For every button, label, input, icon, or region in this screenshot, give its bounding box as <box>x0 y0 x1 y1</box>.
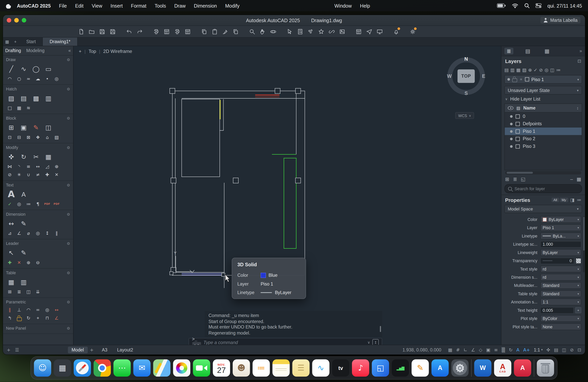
hatch-solid-icon[interactable]: ▩ <box>31 93 41 103</box>
dock-notes[interactable] <box>273 360 290 377</box>
properties-menu-icon[interactable]: ≔ <box>577 197 581 202</box>
table-style-icon[interactable]: ▥ <box>19 277 29 287</box>
plot-icon[interactable] <box>152 27 160 36</box>
app-settings-icon[interactable] <box>408 27 417 36</box>
property-dropdown[interactable]: Standard <box>540 290 581 297</box>
dimension-edit-icon[interactable]: ✎ <box>19 219 29 228</box>
dock-trash[interactable] <box>537 360 554 377</box>
property-dropdown[interactable]: Standard <box>540 282 581 289</box>
fix-constraint-lock-icon[interactable] <box>15 315 23 321</box>
name-column-header[interactable]: Name <box>523 106 536 111</box>
layer-color-swatch[interactable] <box>516 114 520 118</box>
property-dropdown[interactable]: rd <box>540 265 581 272</box>
viewport-menu-button[interactable]: + <box>79 49 82 54</box>
hide-layer-list-toggle[interactable]: ∨ Hide Layer List <box>502 95 585 104</box>
dock-photos[interactable] <box>173 360 190 377</box>
perpendicular-constraint-icon[interactable]: ⊥ <box>15 307 23 313</box>
menubar-app-name[interactable]: AutoCAD 2025 <box>17 3 51 8</box>
layer-color-swatch[interactable] <box>516 122 520 126</box>
stretch-tool-icon[interactable]: ↔ <box>34 163 42 170</box>
favorites-icon[interactable] <box>317 27 325 36</box>
command-expand-icon[interactable]: ∨ <box>367 340 370 344</box>
ortho-mode-icon[interactable]: ∟ <box>463 347 467 352</box>
align-leaders-icon[interactable]: ⊕ <box>25 259 32 266</box>
layout-a3-tab[interactable]: A3 <box>98 346 111 353</box>
island-detection-icon[interactable]: ▦ <box>15 105 23 111</box>
paste-clip-icon[interactable] <box>210 27 219 36</box>
equal-constraint-icon[interactable]: = <box>34 307 42 313</box>
layer-used-icon[interactable]: ▦ <box>516 67 521 73</box>
battery-icon[interactable] <box>497 3 506 8</box>
export-table-icon[interactable]: ⇊ <box>34 288 42 295</box>
ordinate-dimension-icon[interactable]: ↕ <box>43 230 51 237</box>
sync-attributes-icon[interactable]: ⊠ <box>25 134 32 141</box>
layers-palette-tab-icon[interactable]: ≣ <box>504 48 513 54</box>
blocks-palette-tab-icon[interactable]: ▦ <box>542 48 552 54</box>
property-dropdown[interactable]: None <box>540 323 581 330</box>
dock-autocad[interactable]: ACAD <box>494 360 511 377</box>
layer-settings-icon[interactable]: ≔ <box>556 67 561 73</box>
dock-system-settings[interactable]: ⚙ <box>451 360 469 377</box>
polyline-tool-icon[interactable]: ∿ <box>19 64 29 74</box>
menu-edit[interactable]: Edit <box>75 3 84 8</box>
menu-view[interactable]: View <box>92 3 102 8</box>
grid-display-icon[interactable]: ▦ <box>448 347 452 352</box>
dock-stickies[interactable]: ☰ <box>292 360 310 377</box>
layer-list-hscrollbar[interactable] <box>505 171 581 174</box>
rotate-tool-icon[interactable]: ↻ <box>19 152 29 162</box>
dimensional-constraint-icon[interactable]: ⊓ <box>43 315 51 321</box>
layer-row-piso-2[interactable]: Piso 2 <box>505 135 582 143</box>
sheet-set-icon[interactable] <box>355 27 363 36</box>
object-isolate-icon[interactable]: ⊘ <box>570 347 574 352</box>
block-editor-icon[interactable]: ❖ <box>34 134 42 141</box>
image-attach-icon[interactable] <box>338 27 346 36</box>
panel-settings-icon[interactable]: ⚙ <box>67 300 70 304</box>
dock-messages[interactable]: ⋯ <box>113 360 131 377</box>
current-layer-dropdown[interactable]: ☀ Piso 1 ▾ <box>504 75 582 84</box>
close-button[interactable] <box>7 18 11 22</box>
zoom-realtime-icon[interactable] <box>248 27 256 36</box>
property-dropdown[interactable]: ByLayer <box>540 216 581 223</box>
delete-layer-icon[interactable]: ◱ <box>521 176 525 182</box>
properties-palette-tab-icon[interactable]: ▤ <box>523 48 533 54</box>
diameter-dimension-icon[interactable]: ⌀ <box>25 230 32 237</box>
dock-microsoft-word[interactable]: W <box>474 360 492 377</box>
collect-leaders-icon[interactable]: ⊖ <box>34 259 42 266</box>
model-space-canvas[interactable]: Y + Top 2D Wireframe N E S W TOP <box>74 46 501 345</box>
radius-dimension-icon[interactable]: ◎ <box>34 230 42 237</box>
selection-cycling-icon[interactable]: ↻ <box>509 347 513 352</box>
save-icon[interactable] <box>98 27 106 36</box>
panel-settings-icon[interactable]: ⚙ <box>67 87 70 91</box>
parallel-constraint-icon[interactable]: ∥ <box>6 307 14 313</box>
transparency-slider[interactable]: 0 <box>540 257 574 264</box>
collapse-list-icon[interactable]: – <box>570 176 573 182</box>
baseline-dimension-icon[interactable]: ∥ <box>53 230 61 237</box>
panel-list-icon[interactable]: ☰ <box>15 347 19 352</box>
minimize-button[interactable] <box>14 18 19 22</box>
pick-height-button[interactable]: + <box>575 307 581 313</box>
spell-check-icon[interactable]: ✓ <box>6 201 14 208</box>
layer-lock-icon[interactable]: ◫ <box>550 67 554 73</box>
panel-settings-icon[interactable]: ⚙ <box>67 145 70 149</box>
panel-settings-icon[interactable]: ⚙ <box>67 183 70 187</box>
layer-search-input[interactable]: Search for layer <box>504 184 582 193</box>
dock-stocks[interactable]: ▂▅▇ <box>392 360 409 377</box>
dock-apple-tv[interactable]: tv <box>332 360 349 377</box>
table-columns-icon[interactable]: ◫ <box>25 288 32 295</box>
compass-south[interactable]: S <box>464 90 468 96</box>
page-setup-icon[interactable] <box>173 27 181 36</box>
menu-modify[interactable]: Modify <box>225 3 240 8</box>
open-file-icon[interactable] <box>87 27 95 36</box>
dock-launchpad[interactable]: ▦ <box>54 360 71 377</box>
gradient-hatch-icon[interactable]: ▥ <box>43 93 54 103</box>
layer-state-dropdown[interactable]: Unsaved Layer State ▾ <box>504 86 582 95</box>
layer-status-icon[interactable] <box>510 123 513 125</box>
circle-tool-icon[interactable]: ◯ <box>31 64 41 74</box>
zoom-button[interactable] <box>22 18 26 22</box>
hatch-lines-icon[interactable]: ▤ <box>19 93 29 103</box>
dock-music[interactable]: ♪ <box>352 360 369 377</box>
share-icon[interactable]: ↥ <box>372 339 379 345</box>
command-history[interactable]: Command: _u menu itemStart of Group enco… <box>205 311 382 337</box>
undo-icon[interactable] <box>125 27 133 36</box>
menu-draw[interactable]: Draw <box>174 3 186 8</box>
